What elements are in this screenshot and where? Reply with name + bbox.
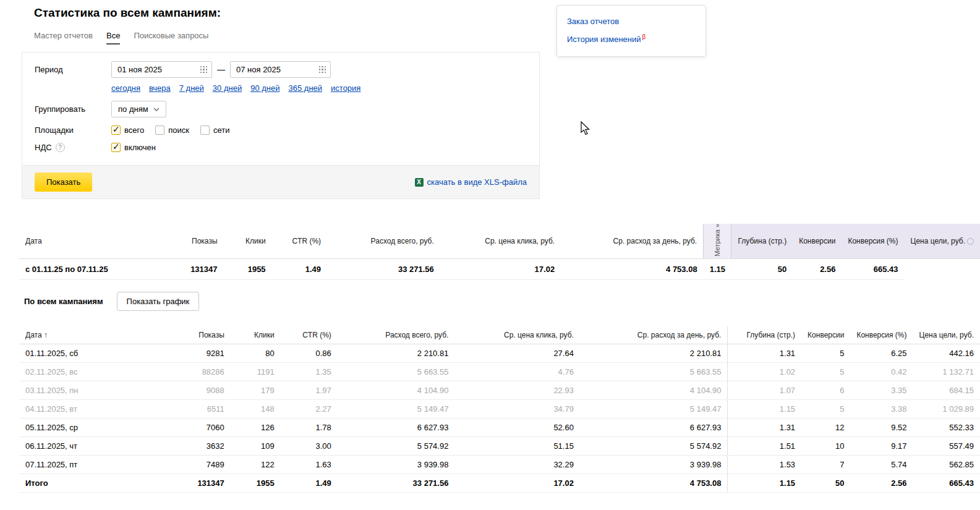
filter-panel: Период — сегодня вчера 7 дней 30 дней 90… (22, 52, 540, 199)
date-cell: с 01.11.25 по 07.11.25 (19, 258, 176, 279)
show-button[interactable]: Показать (35, 172, 92, 192)
value-cell: 3.00 (281, 437, 338, 456)
column-header[interactable]: Дата ↑ (19, 326, 182, 344)
vat-included-checkbox[interactable]: включен (111, 143, 156, 152)
tab-report-master[interactable]: Мастер отчетов (34, 31, 93, 45)
value-cell: 2.56 (850, 474, 913, 493)
value-cell: 9.17 (850, 437, 913, 456)
value-cell: 52.60 (454, 419, 580, 437)
calendar-icon[interactable] (200, 66, 208, 74)
value-cell: 9088 (182, 381, 230, 400)
platform-search-checkbox[interactable]: поиск (155, 125, 189, 135)
checkbox-icon (200, 125, 210, 135)
column-header[interactable]: Глубина (стр.) (731, 224, 793, 258)
quick-link-7-days[interactable]: 7 дней (179, 83, 204, 93)
platform-networks-checkbox[interactable]: сети (200, 125, 230, 135)
value-cell: 1.02 (740, 363, 801, 381)
column-header[interactable]: Показы (176, 224, 223, 258)
tab-search-queries[interactable]: Поисковые запросы (134, 31, 208, 45)
column-header[interactable]: Клики (231, 326, 281, 344)
period-row: Период — (35, 61, 527, 78)
quick-link-today[interactable]: сегодня (111, 83, 140, 93)
column-header[interactable]: Дата (19, 224, 176, 258)
column-header[interactable]: Клики (224, 224, 272, 258)
platform-total-checkbox[interactable]: всего (111, 125, 144, 135)
column-header[interactable]: Конверсии (801, 326, 850, 344)
value-cell: 50 (731, 258, 793, 279)
value-cell: 33 271.56 (327, 258, 440, 279)
checkbox-label: включен (124, 143, 156, 152)
checkbox-icon (111, 143, 121, 152)
column-divider (728, 400, 741, 419)
column-header[interactable]: Показы (182, 326, 230, 344)
value-cell: 2 210.81 (580, 344, 728, 363)
date-from-input[interactable] (111, 61, 212, 78)
detail-header-row: Дата ↑ПоказыКликиCTR (%)Расход всего, ру… (19, 326, 980, 344)
mouse-cursor (580, 121, 592, 136)
help-icon[interactable]: ? (56, 143, 65, 152)
value-cell: 126 (231, 419, 281, 437)
column-header[interactable]: Ср. расход за день, руб. (580, 326, 728, 344)
value-cell: 2.27 (281, 400, 338, 419)
value-cell: 3 939.98 (580, 456, 728, 474)
value-cell: 88286 (182, 363, 230, 381)
value-cell: 50 (801, 474, 850, 493)
checkbox-icon (155, 125, 164, 135)
group-label: Группировать (35, 104, 111, 114)
column-header[interactable]: Расход всего, руб. (327, 224, 440, 258)
statistics-page: Статистика по всем кампаниям: Мастер отч… (0, 0, 980, 510)
quick-link-90-days[interactable]: 90 дней (250, 83, 279, 93)
value-cell: 1.15 (704, 258, 731, 279)
filter-footer: Показать X скачать в виде XLS-файла (22, 165, 539, 198)
column-divider (728, 344, 741, 363)
column-header-label: Цена цели, руб. (911, 237, 965, 245)
total-row: Итого13134719551.4933 271.5617.024 753.0… (19, 474, 980, 493)
column-header[interactable]: Конверсии (793, 224, 842, 258)
change-history-link[interactable]: История измененийβ (567, 29, 696, 47)
value-cell: 5 574.92 (338, 437, 455, 456)
column-header[interactable]: CTR (%) (272, 224, 327, 258)
value-cell: 17.02 (454, 474, 580, 493)
value-cell: 3.35 (850, 381, 913, 400)
show-chart-button[interactable]: Показать график (117, 292, 200, 311)
value-cell: 1.35 (281, 363, 338, 381)
column-header[interactable]: Глубина (стр.) (740, 326, 801, 344)
column-divider (728, 363, 741, 381)
quick-link-365-days[interactable]: 365 дней (289, 83, 323, 93)
value-cell: 80 (231, 344, 281, 363)
quick-link-yesterday[interactable]: вчера (149, 83, 171, 93)
info-icon[interactable] (967, 238, 974, 245)
column-header[interactable]: Ср. цена клика, руб. (440, 224, 561, 258)
column-header[interactable]: CTR (%) (281, 326, 338, 344)
download-xls-link[interactable]: X скачать в виде XLS-файла (415, 177, 527, 187)
column-header[interactable]: Конверсия (%) (850, 326, 913, 344)
daily-stats-table: Дата ↑ПоказыКликиCTR (%)Расход всего, ру… (19, 326, 980, 493)
value-cell: 109 (231, 437, 281, 456)
value-cell: 5 (801, 400, 850, 419)
column-header[interactable]: Ср. цена клика, руб. (454, 326, 580, 344)
value-cell: 3632 (182, 437, 230, 456)
column-header[interactable]: Ср. расход за день, руб. (561, 224, 704, 258)
quick-link-30-days[interactable]: 30 дней (213, 83, 242, 93)
report-tabs: Мастер отчетов Все Поисковые запросы (34, 31, 208, 45)
value-cell: 1.31 (740, 344, 801, 363)
calendar-icon[interactable] (318, 66, 326, 74)
platforms-label: Площадки (35, 125, 111, 135)
period-quick-links: сегодня вчера 7 дней 30 дней 90 дней 365… (111, 83, 527, 93)
column-header[interactable]: Цена цели, руб. (913, 326, 980, 344)
tab-all[interactable]: Все (106, 31, 120, 45)
value-cell: 5 (801, 363, 850, 381)
value-cell: 7489 (182, 456, 230, 474)
checkbox-label: поиск (168, 125, 189, 135)
order-reports-link[interactable]: Заказ отчетов (567, 14, 696, 29)
column-header[interactable]: Цена цели, руб. (905, 224, 980, 258)
quick-link-history[interactable]: история (331, 83, 360, 93)
date-to-input[interactable] (230, 61, 331, 78)
metrika-tab[interactable]: Метрика » (704, 224, 731, 258)
column-header[interactable]: Конверсия (%) (842, 224, 904, 258)
group-by-select[interactable]: по дням (111, 101, 166, 117)
download-xls-label: скачать в виде XLS-файла (427, 177, 527, 187)
value-cell: 1191 (231, 363, 281, 381)
value-cell: 1 132.71 (913, 363, 980, 381)
column-header[interactable]: Расход всего, руб. (338, 326, 455, 344)
